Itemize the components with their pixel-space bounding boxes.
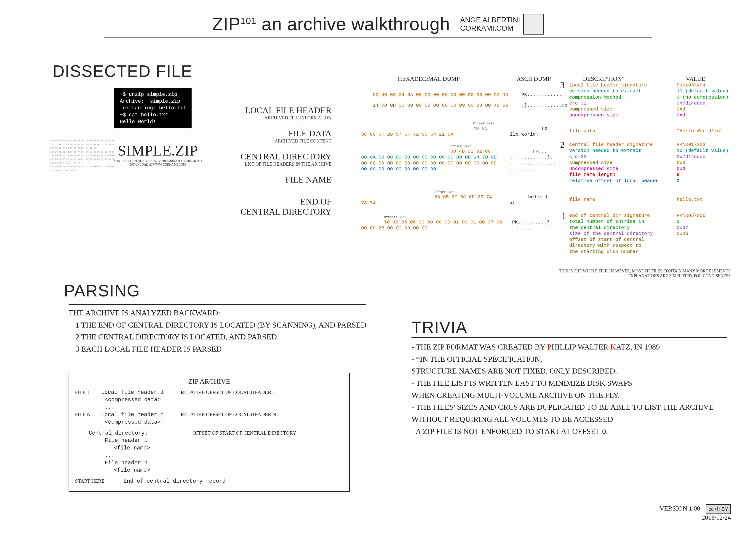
eo-asc2: ..+..... (510, 226, 533, 231)
lfh-desc: local file header signatureversion neede… (569, 82, 647, 119)
dump-header-val: VALUE (686, 75, 705, 82)
arch-filen-label: FILE N (75, 411, 98, 418)
simple-zip-block: SIMPLE.ZIP SHA-1: A9FDB3D0DAB9B21A7B37BD… (98, 142, 217, 166)
cc-by-icon: cc ⓘ BY (706, 504, 731, 514)
title-site: CORKAMI.COM (460, 24, 513, 32)
fn-hex: 78 74 (361, 200, 376, 206)
cd-asc1: .............}. (510, 155, 553, 160)
arch-off1: RELATIVE OFFSET OF LOCAL HEADER 1 (180, 389, 275, 396)
arch-file1a: Local file header 1 (101, 389, 164, 395)
section-lfh-sub: ARCHIVED FILE INFORMATION (229, 115, 332, 121)
footer-version: VERSION 1.00 (660, 505, 700, 512)
arch-title: ZIP ARCHIVE (75, 378, 343, 385)
fn-asc: xt (510, 200, 516, 206)
cd-val: PK\x01\x0210 (default value)0x7d14dddd0x… (677, 142, 729, 184)
eo-desc: end of central dir signaturetotal number… (569, 213, 653, 255)
fn-desc: file name (569, 197, 595, 203)
trivia-body: - THE ZIP FORMAT WAS CREATED BY PHILLIP … (412, 337, 732, 437)
section-fname: FILE NAME (229, 175, 332, 184)
filedata-offset: Offset:0x1e (473, 122, 494, 125)
arch-file1-label: FILE 1 (75, 389, 98, 396)
dump-header-hex: HEXADECIMAL DUMP (398, 75, 460, 82)
arch-dots2: ... (105, 452, 343, 459)
title-zip: ZIP (212, 14, 240, 34)
simple-zip-name: SIMPLE.ZIP (98, 142, 217, 159)
disclaimer: THIS IS THE WHOLE FILE. HOWEVER, MOST ZI… (549, 269, 732, 278)
eo-step: 1 (561, 211, 566, 221)
eo-offset: Offset:0x62 (384, 215, 405, 219)
fd-hex: 6C 6C 6F 20 57 6F 72 6C 64 21 0A (361, 132, 453, 137)
fd-ascii-prev: He (542, 126, 548, 131)
dump-header-ascii: ASCII DUMP (517, 75, 551, 82)
parsing-lead: THE ARCHIVE IS ANALYZED BACKWARD: (68, 307, 389, 319)
arch-cdna: File header n (105, 459, 343, 466)
archive-schematic: ZIP ARCHIVE FILE 1 Local file header 1 R… (68, 373, 350, 492)
section-labels: LOCAL FILE HEADER ARCHIVED FILE INFORMAT… (229, 105, 332, 229)
footer-date: 2013/12/24 (702, 514, 731, 521)
fd-ascii: llo.World!. (510, 132, 542, 137)
cd-asc0: PK... (533, 149, 547, 154)
eo-val: PK\x05\x0610x370x2b (677, 213, 706, 237)
eo-hex1: 50 4B 05 06 00 00 00 00 01 00 01 00 37 0… (384, 220, 502, 225)
eo-hex2: 00 00 2B 00 00 00 00 00 (361, 226, 427, 231)
cd-step: 2 (560, 140, 565, 150)
title-rest: an archive walkthrough (256, 14, 450, 34)
arch-cd1a: File header 1 (105, 437, 343, 444)
simple-zip-download: DOWNLOAD @ WWW.CORKAMI.COM (98, 163, 217, 166)
arch-start: START HERE (75, 478, 104, 484)
arch-cdnb: <file name> (114, 466, 343, 474)
footer: VERSION 1.00 cc ⓘ BY 2013/12/24 (660, 504, 731, 521)
cd-hex0: 50 4B 01 02 00 (450, 149, 491, 154)
cd-offset: Offset:0x2b (450, 145, 472, 148)
title-sup: 101 (240, 16, 256, 26)
lfh-step: 3 (560, 80, 565, 90)
section-lfh-label: LOCAL FILE HEADER (229, 105, 332, 115)
section-filedata-sub: ARCHIVED FILE CONTENT (229, 138, 332, 144)
arch-cd1b: <file name> (114, 444, 343, 452)
arch-offcd: OFFSET OF START OF CENTRAL DIRECTORY (193, 430, 296, 436)
fd-val: "Hello World!\n" (677, 128, 723, 134)
trivia-rule (412, 337, 727, 338)
cd-desc: central file header signatureversion nee… (569, 142, 659, 184)
section-cdir-label: CENTRAL DIRECTORY (229, 152, 332, 161)
lfh-ascii-2: .}............He (521, 103, 567, 108)
cd-hex2: 00 00 00 0D 00 00 00 09 00 00 00 00 00 0… (361, 160, 497, 166)
corkami-logo-icon (523, 14, 544, 35)
dissected-heading: DISSECTED FILE (53, 62, 193, 80)
fd-hex-prev: 48 65 (473, 126, 488, 131)
parsing-body: THE ARCHIVE IS ANALYZED BACKWARD: 1 THE … (68, 304, 389, 355)
fd-desc: file data (569, 128, 595, 134)
arch-cd: Central directory: (89, 430, 148, 436)
arch-dots1: ... (105, 404, 343, 411)
cd-asc2: ................ (510, 160, 556, 166)
lfh-val: PK\x03\x0410 (default value)0 (no compre… (677, 82, 729, 119)
section-lfh: LOCAL FILE HEADER ARCHIVED FILE INFORMAT… (229, 105, 332, 121)
cd-hex1: 00 0A 00 00 00 00 00 00 00 00 00 DD DD 1… (361, 155, 497, 160)
arch-filenb: <compressed data> (105, 419, 343, 426)
title-rule (104, 37, 652, 38)
trivia-heading: TRIVIA (412, 318, 467, 337)
section-cdir-sub: LIST OF FILE HEADERS IN THE ARCHIVE (229, 161, 332, 167)
arch-filena: Local file header n (101, 411, 164, 418)
section-filedata: FILE DATA ARCHIVED FILE CONTENT (229, 128, 332, 144)
title-main: ZIP101 an archive walkthrough (212, 14, 450, 35)
arch-eocd: End of central directory record (123, 478, 226, 484)
lfh-ascii-1: PK.............. (521, 92, 567, 98)
title-credits: ANGE ALBERTINI CORKAMI.COM (460, 16, 520, 32)
fn-hexp: 68 65 6C 6C 6F 2E 74 (434, 194, 492, 200)
cd-asc3: ......... (510, 166, 536, 172)
parsing-item-3: 3 EACH LOCAL FILE HEADER IS PARSED (75, 343, 389, 355)
lfh-hex-1: 50 4B 03 04 0A 00 00 00 00 00 00 00 00 0… (373, 92, 508, 98)
eo-asc1: PK..........7. (512, 220, 552, 225)
cd-hex3: 00 00 00 00 00 00 00 00 00 (361, 166, 436, 172)
arch-file1b: <compressed data> (105, 396, 343, 404)
fn-val: hello.txt (677, 197, 703, 203)
section-eocd: END OF CENTRAL DIRECTORY (229, 192, 332, 221)
section-fname-label: FILE NAME (229, 175, 332, 184)
parsing-rule (68, 304, 366, 305)
section-eocd-label: END OF CENTRAL DIRECTORY (229, 196, 332, 217)
fn-ascp: hello.t (528, 194, 548, 200)
arch-offn: RELATIVE OFFSET OF LOCAL HEADER N (180, 411, 276, 418)
section-cdir: CENTRAL DIRECTORY LIST OF FILE HEADERS I… (229, 152, 332, 167)
terminal-output: ~$ unzip simple.zip Archive: simple.zip … (114, 88, 192, 128)
